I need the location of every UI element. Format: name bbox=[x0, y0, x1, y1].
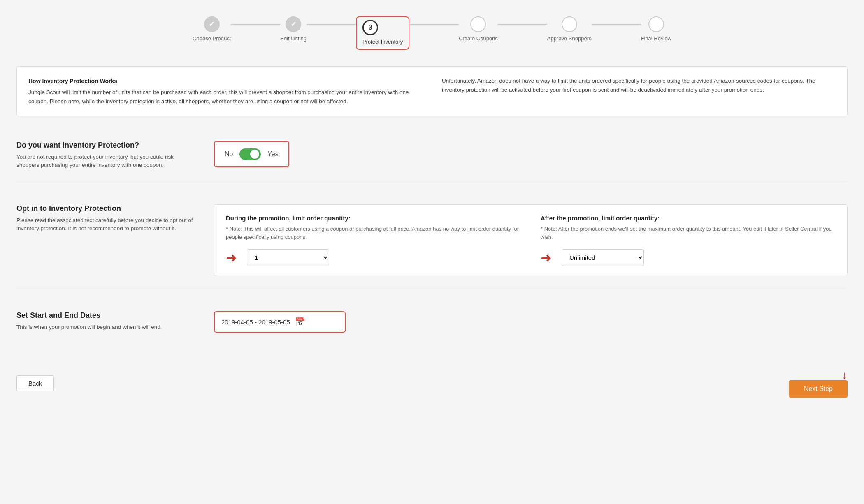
step-4-circle bbox=[470, 16, 486, 32]
step-4[interactable]: Create Coupons bbox=[459, 16, 498, 42]
step-2-label: Edit Listing bbox=[280, 35, 307, 42]
step-3-circle: 3 bbox=[362, 20, 378, 35]
info-col-1: How Inventory Protection Works Jungle Sc… bbox=[28, 76, 422, 106]
optin-heading: Opt in to Inventory Protection bbox=[16, 204, 197, 213]
optin-section-right: During the promotion, limit order quanti… bbox=[214, 204, 848, 276]
info-title: How Inventory Protection Works bbox=[28, 76, 422, 86]
after-red-arrow: ➜ bbox=[541, 250, 552, 266]
step-1-label: Choose Product bbox=[193, 35, 231, 42]
dates-description: This is when your promotion will begin a… bbox=[16, 323, 197, 331]
toggle-heading: Do you want Inventory Protection? bbox=[16, 141, 197, 150]
dates-section: Set Start and End Dates This is when you… bbox=[16, 300, 848, 344]
toggle-yes-label: Yes bbox=[267, 150, 278, 158]
optin-section-left: Opt in to Inventory Protection Please re… bbox=[16, 204, 214, 233]
step-6[interactable]: Final Review bbox=[641, 16, 671, 42]
info-col1-text: Jungle Scout will limit the number of un… bbox=[28, 89, 409, 104]
info-col-2: Unfortunately, Amazon does not have a wa… bbox=[442, 76, 836, 106]
connector-3-4 bbox=[409, 24, 459, 25]
connector-4-5 bbox=[498, 24, 547, 25]
step-1[interactable]: Choose Product bbox=[193, 16, 231, 42]
step-3[interactable]: 3 Protect Inventory bbox=[356, 16, 409, 50]
after-quantity-select[interactable]: Unlimited 1 2 3 4 5 10 bbox=[562, 249, 644, 266]
footer: Back ↓ Next Step bbox=[16, 364, 848, 398]
next-btn-wrapper: ↓ Next Step bbox=[789, 369, 848, 398]
after-heading: After the promotion, limit order quantit… bbox=[541, 215, 836, 222]
info-box: How Inventory Protection Works Jungle Sc… bbox=[16, 66, 848, 116]
step-5[interactable]: Approve Shoppers bbox=[547, 16, 592, 42]
connector-1-2 bbox=[231, 24, 280, 25]
inventory-protection-section: Do you want Inventory Protection? You ar… bbox=[16, 129, 848, 182]
toggle-container[interactable]: No Yes bbox=[214, 141, 289, 167]
calendar-icon: 📅 bbox=[295, 317, 305, 327]
back-button[interactable]: Back bbox=[16, 375, 54, 391]
step-5-circle bbox=[562, 16, 577, 32]
during-dropdown-wrapper: ➜ 1 2 3 4 5 10 bbox=[226, 249, 521, 266]
step-6-circle bbox=[648, 16, 664, 32]
during-red-arrow: ➜ bbox=[226, 250, 237, 266]
after-col: After the promotion, limit order quantit… bbox=[541, 215, 836, 266]
next-step-button[interactable]: Next Step bbox=[789, 380, 848, 398]
date-range-value: 2019-04-05 - 2019-05-05 bbox=[221, 319, 290, 326]
step-4-label: Create Coupons bbox=[459, 35, 498, 42]
dates-section-left: Set Start and End Dates This is when you… bbox=[16, 311, 214, 331]
toggle-section-right: No Yes bbox=[214, 141, 848, 167]
date-range-input[interactable]: 2019-04-05 - 2019-05-05 📅 bbox=[214, 311, 346, 333]
dates-heading: Set Start and End Dates bbox=[16, 311, 197, 320]
after-note: * Note: After the promotion ends we'll s… bbox=[541, 225, 836, 241]
info-col2-text: Unfortunately, Amazon does not have a wa… bbox=[442, 78, 815, 93]
step-2-circle bbox=[286, 16, 301, 32]
inventory-toggle[interactable] bbox=[239, 148, 261, 160]
optin-box: During the promotion, limit order quanti… bbox=[214, 204, 848, 276]
dates-section-right: 2019-04-05 - 2019-05-05 📅 bbox=[214, 311, 848, 333]
optin-section: Opt in to Inventory Protection Please re… bbox=[16, 193, 848, 288]
step-3-label: Protect Inventory bbox=[362, 39, 403, 45]
during-quantity-select[interactable]: 1 2 3 4 5 10 bbox=[247, 249, 329, 266]
stepper: Choose Product Edit Listing 3 Protect In… bbox=[16, 8, 848, 50]
during-heading: During the promotion, limit order quanti… bbox=[226, 215, 521, 222]
connector-5-6 bbox=[592, 24, 641, 25]
step-3-outer: 3 Protect Inventory bbox=[356, 16, 409, 50]
toggle-section-left: Do you want Inventory Protection? You ar… bbox=[16, 141, 214, 170]
during-note: * Note: This will affect all customers u… bbox=[226, 225, 521, 241]
toggle-description: You are not required to protect your inv… bbox=[16, 153, 197, 170]
step-5-label: Approve Shoppers bbox=[547, 35, 592, 42]
during-col: During the promotion, limit order quanti… bbox=[226, 215, 521, 266]
step-1-circle bbox=[204, 16, 220, 32]
step-2[interactable]: Edit Listing bbox=[280, 16, 307, 42]
toggle-no-label: No bbox=[225, 150, 233, 158]
step-6-label: Final Review bbox=[641, 35, 671, 42]
after-dropdown-wrapper: ➜ Unlimited 1 2 3 4 5 10 bbox=[541, 249, 836, 266]
optin-description: Please read the associated text carefull… bbox=[16, 216, 197, 233]
connector-2-3 bbox=[307, 24, 356, 25]
